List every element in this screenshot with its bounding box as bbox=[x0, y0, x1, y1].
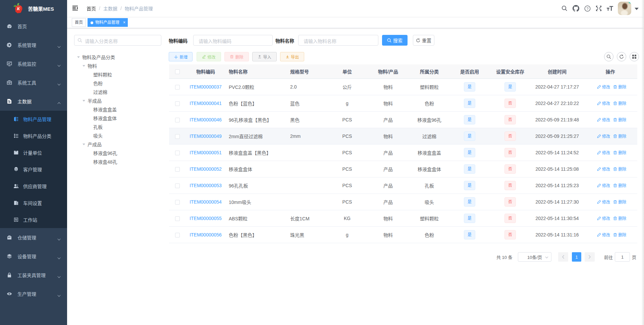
svg-text:?: ? bbox=[586, 6, 588, 10]
svg-text:K: K bbox=[16, 6, 20, 11]
